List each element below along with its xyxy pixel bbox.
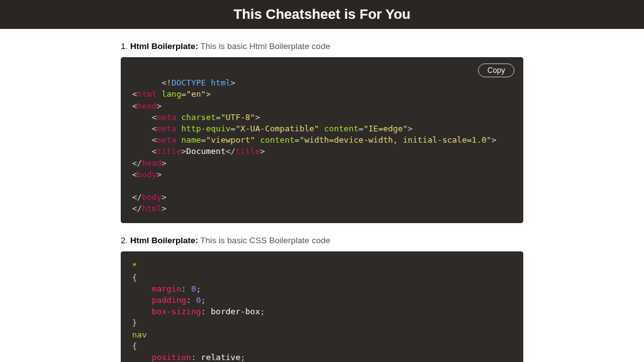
item-title: Html Boilerplate: <box>130 236 198 245</box>
code-block: * { margin: 0; padding: 0; box-sizing: b… <box>121 251 523 362</box>
page-header: This Cheatsheet is For You <box>0 0 644 29</box>
content-area: 1. Html Boilerplate: This is basic Html … <box>121 29 523 362</box>
page-title: This Cheatsheet is For You <box>0 6 644 23</box>
cheatsheet-item: 1. Html Boilerplate: This is basic Html … <box>121 41 523 223</box>
item-number: 2. <box>121 236 128 245</box>
code-block: Copy<!DOCTYPE html> <html lang="en"> <he… <box>121 57 523 223</box>
item-title: Html Boilerplate: <box>130 41 198 51</box>
item-heading: 2. Html Boilerplate: This is basic CSS B… <box>121 236 523 245</box>
item-number: 1. <box>121 41 128 51</box>
copy-button[interactable]: Copy <box>478 63 514 77</box>
cheatsheet-item: 2. Html Boilerplate: This is basic CSS B… <box>121 236 523 362</box>
item-description: This is basic CSS Boilerplate code <box>201 236 330 245</box>
item-heading: 1. Html Boilerplate: This is basic Html … <box>121 41 523 51</box>
item-description: This is basic Html Boilerplate code <box>201 41 330 51</box>
